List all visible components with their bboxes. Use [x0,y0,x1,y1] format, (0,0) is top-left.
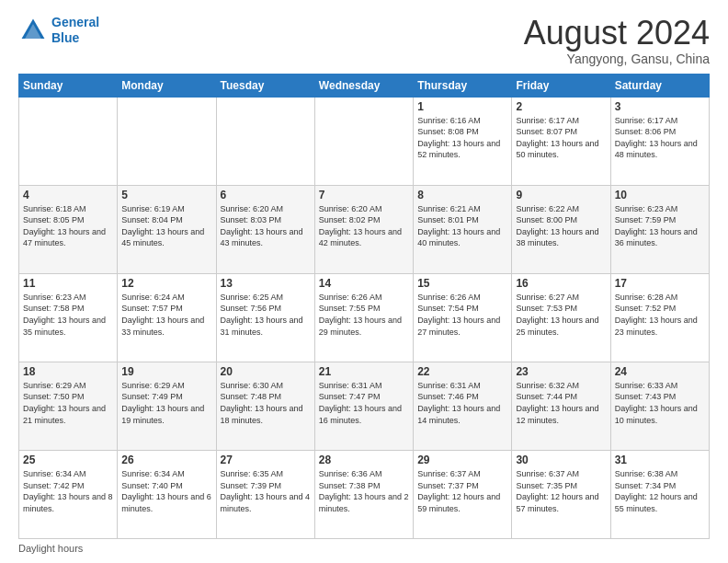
calendar-cell: 18Sunrise: 6:29 AMSunset: 7:50 PMDayligh… [19,362,118,450]
day-number: 8 [417,189,507,201]
calendar-cell: 16Sunrise: 6:27 AMSunset: 7:53 PMDayligh… [512,273,610,362]
day-number: 12 [121,277,211,290]
month-title: August 2024 [524,15,710,52]
day-number: 20 [221,365,311,378]
logo-icon [18,16,48,45]
calendar-cell: 20Sunrise: 6:30 AMSunset: 7:48 PMDayligh… [216,362,314,450]
calendar-cell: 29Sunrise: 6:37 AMSunset: 7:37 PMDayligh… [414,450,512,538]
day-number: 14 [319,277,409,290]
calendar-week-row: 18Sunrise: 6:29 AMSunset: 7:50 PMDayligh… [19,362,710,450]
calendar-cell: 23Sunrise: 6:32 AMSunset: 7:44 PMDayligh… [512,362,610,450]
day-info: Sunrise: 6:20 AMSunset: 8:02 PMDaylight:… [319,203,409,249]
day-number: 17 [615,277,705,290]
day-info: Sunrise: 6:31 AMSunset: 7:46 PMDaylight:… [417,380,507,426]
footer-note: Daylight hours [18,543,710,554]
day-info: Sunrise: 6:28 AMSunset: 7:52 PMDaylight:… [615,292,705,338]
calendar-cell: 7Sunrise: 6:20 AMSunset: 8:02 PMDaylight… [314,185,413,273]
day-number: 25 [23,454,113,466]
day-number: 16 [516,277,606,290]
calendar-cell: 13Sunrise: 6:25 AMSunset: 7:56 PMDayligh… [216,273,314,362]
day-info: Sunrise: 6:17 AMSunset: 8:07 PMDaylight:… [516,115,606,161]
location: Yangyong, Gansu, China [524,52,710,66]
day-number: 7 [319,189,409,201]
day-info: Sunrise: 6:38 AMSunset: 7:34 PMDaylight:… [615,468,705,514]
day-info: Sunrise: 6:35 AMSunset: 7:39 PMDaylight:… [221,468,311,514]
calendar-header-thursday: Thursday [414,74,512,97]
day-number: 21 [319,365,409,378]
day-number: 29 [417,454,507,466]
day-number: 26 [121,454,211,466]
day-info: Sunrise: 6:18 AMSunset: 8:05 PMDaylight:… [23,203,113,249]
calendar-table: SundayMondayTuesdayWednesdayThursdayFrid… [18,74,710,539]
day-number: 30 [516,454,606,466]
day-info: Sunrise: 6:31 AMSunset: 7:47 PMDaylight:… [319,380,409,426]
calendar-week-row: 1Sunrise: 6:16 AMSunset: 8:08 PMDaylight… [19,97,710,185]
day-info: Sunrise: 6:29 AMSunset: 7:50 PMDaylight:… [23,380,113,426]
day-info: Sunrise: 6:22 AMSunset: 8:00 PMDaylight:… [516,203,606,249]
day-number: 27 [221,454,311,466]
calendar-cell: 28Sunrise: 6:36 AMSunset: 7:38 PMDayligh… [314,450,413,538]
calendar-cell: 24Sunrise: 6:33 AMSunset: 7:43 PMDayligh… [610,362,709,450]
calendar-header-monday: Monday [118,74,216,97]
day-number: 3 [615,100,705,113]
daylight-label: Daylight hours [18,543,83,554]
calendar-header-row: SundayMondayTuesdayWednesdayThursdayFrid… [19,74,710,97]
day-info: Sunrise: 6:23 AMSunset: 7:59 PMDaylight:… [615,203,705,249]
day-info: Sunrise: 6:21 AMSunset: 8:01 PMDaylight:… [417,203,507,249]
calendar-cell: 2Sunrise: 6:17 AMSunset: 8:07 PMDaylight… [512,97,610,185]
day-info: Sunrise: 6:27 AMSunset: 7:53 PMDaylight:… [516,292,606,338]
day-info: Sunrise: 6:26 AMSunset: 7:55 PMDaylight:… [319,292,409,338]
calendar-cell: 21Sunrise: 6:31 AMSunset: 7:47 PMDayligh… [314,362,413,450]
calendar-cell: 25Sunrise: 6:34 AMSunset: 7:42 PMDayligh… [19,450,118,538]
day-info: Sunrise: 6:24 AMSunset: 7:57 PMDaylight:… [121,292,211,338]
calendar-cell: 30Sunrise: 6:37 AMSunset: 7:35 PMDayligh… [512,450,610,538]
day-number: 28 [319,454,409,466]
day-number: 22 [417,365,507,378]
calendar-cell: 31Sunrise: 6:38 AMSunset: 7:34 PMDayligh… [610,450,709,538]
day-number: 9 [516,189,606,201]
calendar-cell: 5Sunrise: 6:19 AMSunset: 8:04 PMDaylight… [118,185,216,273]
calendar-cell: 15Sunrise: 6:26 AMSunset: 7:54 PMDayligh… [414,273,512,362]
calendar-header-tuesday: Tuesday [216,74,314,97]
day-info: Sunrise: 6:26 AMSunset: 7:54 PMDaylight:… [417,292,507,338]
calendar-cell: 9Sunrise: 6:22 AMSunset: 8:00 PMDaylight… [512,185,610,273]
calendar-week-row: 4Sunrise: 6:18 AMSunset: 8:05 PMDaylight… [19,185,710,273]
calendar-cell: 22Sunrise: 6:31 AMSunset: 7:46 PMDayligh… [414,362,512,450]
calendar-cell: 4Sunrise: 6:18 AMSunset: 8:05 PMDaylight… [19,185,118,273]
calendar-cell [19,97,118,185]
day-info: Sunrise: 6:34 AMSunset: 7:40 PMDaylight:… [121,468,211,514]
calendar-cell: 6Sunrise: 6:20 AMSunset: 8:03 PMDaylight… [216,185,314,273]
day-info: Sunrise: 6:17 AMSunset: 8:06 PMDaylight:… [615,115,705,161]
header: General Blue August 2024 Yangyong, Gansu… [18,15,710,66]
day-info: Sunrise: 6:32 AMSunset: 7:44 PMDaylight:… [516,380,606,426]
calendar-header-wednesday: Wednesday [314,74,413,97]
calendar-header-saturday: Saturday [610,74,709,97]
day-info: Sunrise: 6:23 AMSunset: 7:58 PMDaylight:… [23,292,113,338]
calendar-cell [314,97,413,185]
day-info: Sunrise: 6:30 AMSunset: 7:48 PMDaylight:… [221,380,311,426]
day-number: 13 [221,277,311,290]
day-info: Sunrise: 6:37 AMSunset: 7:35 PMDaylight:… [516,468,606,514]
day-info: Sunrise: 6:19 AMSunset: 8:04 PMDaylight:… [121,203,211,249]
day-info: Sunrise: 6:34 AMSunset: 7:42 PMDaylight:… [23,468,113,514]
day-number: 10 [615,189,705,201]
calendar-cell: 12Sunrise: 6:24 AMSunset: 7:57 PMDayligh… [118,273,216,362]
day-info: Sunrise: 6:37 AMSunset: 7:37 PMDaylight:… [417,468,507,514]
day-info: Sunrise: 6:20 AMSunset: 8:03 PMDaylight:… [221,203,311,249]
calendar-cell: 11Sunrise: 6:23 AMSunset: 7:58 PMDayligh… [19,273,118,362]
calendar-cell: 17Sunrise: 6:28 AMSunset: 7:52 PMDayligh… [610,273,709,362]
calendar-week-row: 11Sunrise: 6:23 AMSunset: 7:58 PMDayligh… [19,273,710,362]
page: General Blue August 2024 Yangyong, Gansu… [0,0,728,563]
day-number: 18 [23,365,113,378]
day-number: 11 [23,277,113,290]
calendar-cell: 8Sunrise: 6:21 AMSunset: 8:01 PMDaylight… [414,185,512,273]
calendar-cell: 10Sunrise: 6:23 AMSunset: 7:59 PMDayligh… [610,185,709,273]
calendar-cell [216,97,314,185]
calendar-week-row: 25Sunrise: 6:34 AMSunset: 7:42 PMDayligh… [19,450,710,538]
calendar-cell: 26Sunrise: 6:34 AMSunset: 7:40 PMDayligh… [118,450,216,538]
calendar-cell [118,97,216,185]
day-number: 1 [417,100,507,113]
day-number: 4 [23,189,113,201]
day-number: 5 [121,189,211,201]
logo-text: General Blue [51,15,99,46]
